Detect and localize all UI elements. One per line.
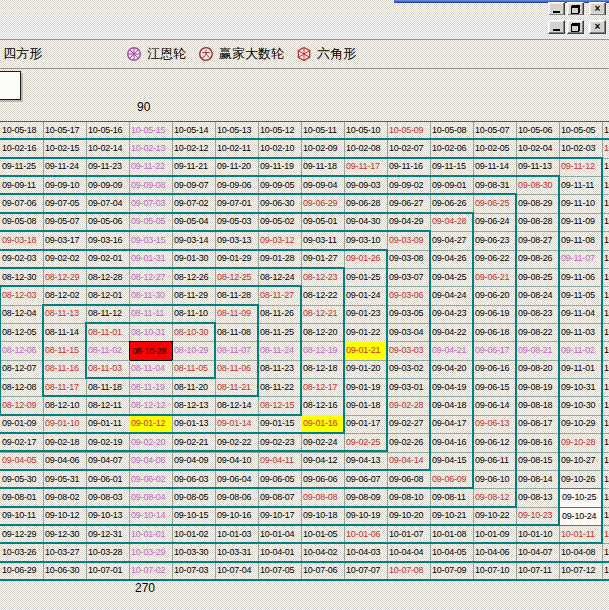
grid-cell[interactable]: 09-11-10 <box>559 194 603 213</box>
grid-cell[interactable]: 08-11-29 <box>172 286 216 305</box>
grid-cell[interactable]: 09-02-18 <box>43 433 87 452</box>
grid-cell[interactable]: 10-02-16 <box>0 139 44 158</box>
grid-cell[interactable]: 09-04-17 <box>430 415 474 434</box>
grid-cell[interactable]: 10-01-02 <box>172 525 216 544</box>
grid-cell[interactable]: 09-08-08 <box>301 488 345 507</box>
grid-cell[interactable]: 10-02-12 <box>172 139 216 158</box>
grid-cell[interactable]: 08-12-21 <box>301 305 345 324</box>
grid-cell[interactable]: 09-09-07 <box>172 176 216 195</box>
grid-cell[interactable]: 09-01-19 <box>344 378 388 397</box>
grid-cell[interactable]: 09-03-18 <box>0 231 44 250</box>
grid-cell[interactable]: 10-05-13 <box>215 121 259 140</box>
grid-cell[interactable]: 10-02-13 <box>129 139 173 158</box>
grid-cell[interactable]: 09-10-18 <box>301 507 345 526</box>
grid-cell[interactable]: 09-01-14 <box>215 415 259 434</box>
grid-cell[interactable]: 09-07-05 <box>43 194 87 213</box>
grid-cell[interactable]: 08-11-06 <box>215 360 259 379</box>
grid-cell[interactable]: 08-11-05 <box>172 360 216 379</box>
grid-cell[interactable]: 10-07-04 <box>215 562 259 581</box>
grid-cell[interactable]: 10-01-01 <box>129 525 173 544</box>
grid-cell[interactable]: 09-11-16 <box>387 158 431 177</box>
grid-cell[interactable]: 08-11-01 <box>86 323 130 342</box>
grid-cell[interactable]: 09-01-12 <box>129 415 173 434</box>
grid-cell[interactable]: 09-03-17 <box>43 231 87 250</box>
grid-cell[interactable]: 10-01-22 <box>602 341 609 360</box>
grid-cell[interactable]: 10-05-05 <box>559 121 603 140</box>
grid-cell[interactable]: 09-03-16 <box>86 231 130 250</box>
grid-cell[interactable]: 09-08-29 <box>516 194 560 213</box>
grid-cell[interactable]: 09-07-06 <box>0 194 44 213</box>
grid-cell[interactable]: 09-03-10 <box>344 231 388 250</box>
grid-cell[interactable]: 09-11-04 <box>559 305 603 324</box>
grid-cell[interactable]: 09-10-16 <box>215 507 259 526</box>
grid-cell[interactable]: 09-09-09 <box>86 176 130 195</box>
grid-cell[interactable]: 09-03-02 <box>387 360 431 379</box>
grid-cell[interactable]: 09-11-11 <box>559 176 603 195</box>
grid-cell[interactable]: 09-10-21 <box>430 507 474 526</box>
grid-cell[interactable]: 10-01-07 <box>387 525 431 544</box>
grid-cell[interactable]: 09-04-08 <box>129 451 173 470</box>
grid-cell[interactable]: 10-04-01 <box>258 543 302 562</box>
grid-cell[interactable]: 09-06-30 <box>258 194 302 213</box>
grid-cell[interactable]: 09-12-29 <box>0 525 44 544</box>
grid-cell[interactable]: 08-11-17 <box>43 378 87 397</box>
grid-cell[interactable]: 10-07-10 <box>473 562 517 581</box>
grid-cell[interactable]: 09-08-24 <box>516 286 560 305</box>
grid-cell[interactable]: 08-12-28 <box>86 268 130 287</box>
grid-cell[interactable]: 09-04-12 <box>301 451 345 470</box>
grid-cell[interactable]: 10-01-26 <box>602 268 609 287</box>
grid-cell[interactable]: 10-05-10 <box>344 121 388 140</box>
grid-cell[interactable]: 09-10-17 <box>258 507 302 526</box>
grid-cell[interactable]: 09-06-08 <box>387 470 431 489</box>
grid-cell[interactable]: 10-02-05 <box>473 139 517 158</box>
grid-cell[interactable]: 08-12-08 <box>0 378 44 397</box>
grid-cell[interactable]: 08-11-13 <box>43 305 87 324</box>
grid-cell[interactable]: 08-10-30 <box>172 323 216 342</box>
grid-cell[interactable]: 10-01-30 <box>602 194 609 213</box>
grid-cell[interactable]: 09-08-31 <box>473 176 517 195</box>
grid-cell[interactable]: 10-06-29 <box>0 562 44 581</box>
grid-cell[interactable]: 09-11-13 <box>516 158 560 177</box>
grid-cell[interactable]: 09-08-21 <box>516 341 560 360</box>
grid-cell[interactable]: 08-11-23 <box>258 360 302 379</box>
grid-cell[interactable]: 10-07-12 <box>559 562 603 581</box>
toolbar-item-square[interactable]: 四方形 <box>3 45 42 63</box>
grid-cell[interactable]: 09-02-20 <box>129 433 173 452</box>
grid-cell[interactable]: 09-05-01 <box>301 213 345 232</box>
grid-cell[interactable]: 08-12-17 <box>301 378 345 397</box>
grid-cell[interactable]: 09-03-15 <box>129 231 173 250</box>
grid-cell[interactable]: 09-04-26 <box>430 250 474 269</box>
toolbar-item-hexagon[interactable]: 六角形 <box>296 45 356 63</box>
grid-cell[interactable]: 10-02-11 <box>215 139 259 158</box>
grid-cell[interactable]: 10-07-07 <box>344 562 388 581</box>
grid-cell[interactable]: 09-06-27 <box>387 194 431 213</box>
grid-cell[interactable]: 09-04-14 <box>387 451 431 470</box>
grid-cell[interactable]: 10-01-25 <box>602 286 609 305</box>
grid-cell[interactable]: 10-04-02 <box>301 543 345 562</box>
grid-cell[interactable]: 10-02-09 <box>301 139 345 158</box>
grid-cell[interactable]: 09-08-26 <box>516 250 560 269</box>
grid-cell[interactable]: 08-12-29 <box>43 268 87 287</box>
grid-cell[interactable]: 10-04-06 <box>473 543 517 562</box>
grid-cell[interactable]: 08-12-23 <box>301 268 345 287</box>
grid-cell[interactable]: 09-06-25 <box>473 194 517 213</box>
grid-cell[interactable]: 09-01-17 <box>344 415 388 434</box>
grid-cell[interactable]: 10-03-26 <box>0 543 44 562</box>
grid-cell[interactable]: 09-01-21 <box>344 341 388 360</box>
child-restore-button[interactable] <box>567 20 584 34</box>
grid-cell[interactable]: 08-12-15 <box>258 396 302 415</box>
grid-cell[interactable]: 09-02-19 <box>86 433 130 452</box>
grid-cell[interactable]: 08-12-06 <box>0 341 44 360</box>
grid-cell[interactable]: 10-07-09 <box>430 562 474 581</box>
grid-cell[interactable]: 09-06-16 <box>473 360 517 379</box>
grid-cell[interactable]: 09-09-06 <box>215 176 259 195</box>
grid-cell[interactable]: 09-11-24 <box>43 158 87 177</box>
minimize-button[interactable] <box>548 2 565 16</box>
grid-cell[interactable]: 09-10-14 <box>129 507 173 526</box>
grid-cell[interactable]: 09-10-29 <box>559 415 603 434</box>
grid-cell[interactable]: 09-04-21 <box>430 341 474 360</box>
grid-cell[interactable]: 10-01-20 <box>602 378 609 397</box>
grid-cell[interactable]: 09-09-11 <box>0 176 44 195</box>
grid-cell[interactable]: 09-06-18 <box>473 323 517 342</box>
grid-cell[interactable]: 09-05-03 <box>215 213 259 232</box>
